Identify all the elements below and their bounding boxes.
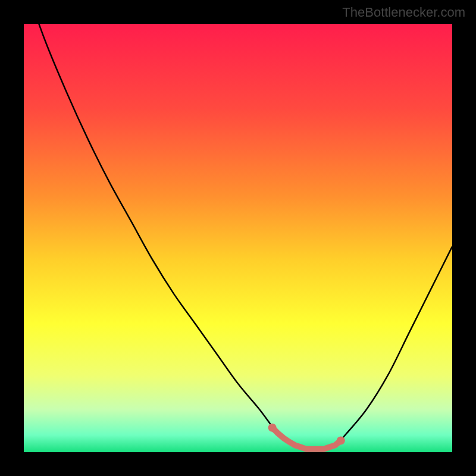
marker-end-dot: [337, 436, 345, 444]
bottleneck-curve: [24, 24, 452, 449]
plot-area: [24, 24, 452, 452]
watermark-text: TheBottlenecker.com: [342, 5, 465, 20]
curve-layer: [24, 24, 452, 452]
optimal-zone-marker: [273, 428, 341, 449]
marker-start-dot: [268, 424, 277, 432]
chart-container: TheBottlenecker.com: [0, 0, 476, 476]
